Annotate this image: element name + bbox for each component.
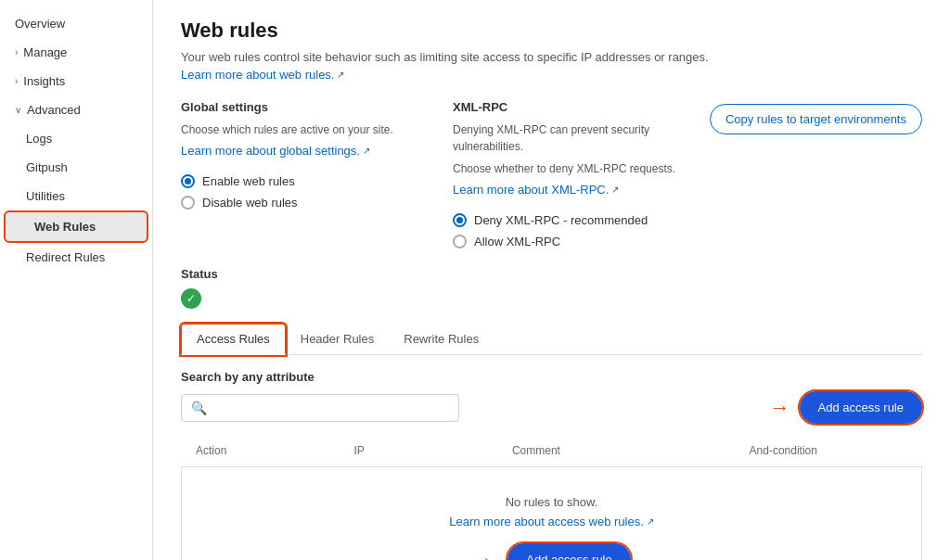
tab-rewrite-rules[interactable]: Rewrite Rules (389, 324, 494, 354)
search-box[interactable]: 🔍 (181, 394, 459, 422)
xml-rpc-section: XML-RPC Denying XML-RPC can prevent secu… (453, 100, 691, 248)
external-link-icon: ↗ (647, 516, 654, 527)
enable-web-rules-radio[interactable]: Enable web rules (181, 174, 416, 188)
sidebar-item-label: Overview (15, 17, 65, 31)
radio-inner (456, 217, 463, 223)
global-settings-subtitle: Choose which rules are active on your si… (181, 121, 416, 138)
search-row: 🔍 → Add access rule (181, 391, 922, 424)
column-ip: IP (353, 444, 511, 457)
learn-more-global-settings-link[interactable]: Learn more about global settings. ↗ (181, 144, 370, 158)
tabs-row: Access Rules Header Rules Rewrite Rules (181, 324, 922, 355)
status-icon: ✓ (181, 288, 201, 309)
xml-rpc-title: XML-RPC (453, 100, 691, 114)
xml-rpc-radio-group: Deny XML-RPC - recommended Allow XML-RPC (453, 213, 691, 248)
radio-inner (185, 178, 191, 185)
column-comment: Comment (512, 444, 750, 457)
learn-more-web-rules-link[interactable]: Learn more about web rules. ↗ (181, 68, 344, 82)
arrow-right-center-icon: → (472, 548, 493, 561)
status-label: Status (181, 267, 922, 281)
sidebar-item-label: Manage (23, 45, 67, 59)
radio-circle (181, 174, 195, 188)
search-section: Search by any attribute 🔍 → Add access r… (181, 370, 922, 424)
learn-more-xml-rpc-link[interactable]: Learn more about XML-RPC. ↗ (453, 183, 619, 197)
xml-rpc-desc2: Choose whether to deny XML-RPC requests. (453, 160, 691, 177)
empty-state-text: No rules to show. (197, 495, 906, 509)
radio-circle (181, 196, 195, 210)
deny-xml-rpc-radio[interactable]: Deny XML-RPC - recommended (453, 213, 691, 227)
sidebar-item-label: Advanced (27, 103, 81, 117)
add-access-rule-button-center[interactable]: Add access rule (507, 543, 631, 560)
learn-more-access-web-rules-link[interactable]: Learn more about access web rules. ↗ (449, 515, 654, 528)
radio-circle (453, 235, 467, 248)
empty-state: No rules to show. Learn more about acces… (181, 467, 922, 560)
sidebar-item-web-rules[interactable]: Web Rules (6, 212, 147, 241)
sidebar-item-label: Insights (23, 74, 65, 88)
table-header: Action IP Comment And-condition (181, 435, 922, 467)
sidebar-item-logs[interactable]: Logs (0, 124, 152, 153)
xml-rpc-desc1: Denying XML-RPC can prevent security vul… (453, 121, 691, 155)
external-link-icon: ↗ (363, 146, 370, 156)
global-settings-radio-group: Enable web rules Disable web rules (181, 174, 416, 210)
sidebar-item-manage[interactable]: › Manage (0, 38, 152, 67)
global-settings-title: Global settings (181, 100, 416, 114)
chevron-icon: ∨ (15, 105, 21, 115)
sidebar-item-label: Logs (26, 132, 52, 146)
add-rule-button-center-highlight: Add access rule (507, 543, 631, 560)
add-rule-top-wrapper: → Add access rule (770, 391, 923, 424)
column-action: Action (196, 444, 353, 457)
external-link-icon: ↗ (337, 70, 344, 80)
column-and-condition: And-condition (750, 444, 907, 457)
search-input[interactable] (212, 401, 449, 414)
add-access-rule-button-top[interactable]: Add access rule (800, 391, 923, 424)
tab-access-rules[interactable]: Access Rules (181, 324, 286, 355)
sidebar-item-overview[interactable]: Overview (0, 9, 152, 38)
page-title: Web rules (181, 19, 922, 43)
sidebar-item-label: Gitpush (26, 160, 68, 174)
sidebar-item-insights[interactable]: › Insights (0, 67, 152, 95)
add-rule-center-wrapper: → Add access rule (197, 543, 906, 560)
page-description: Your web rules control site behavior suc… (181, 50, 922, 64)
sidebar-item-label: Web Rules (34, 220, 96, 234)
sidebar-item-gitpush[interactable]: Gitpush (0, 153, 152, 182)
sidebar-item-label: Redirect Rules (26, 250, 105, 264)
tab-header-rules[interactable]: Header Rules (286, 324, 390, 354)
disable-web-rules-radio[interactable]: Disable web rules (181, 196, 416, 210)
chevron-icon: › (15, 47, 18, 57)
sidebar-item-advanced[interactable]: ∨ Advanced (0, 95, 152, 124)
allow-xml-rpc-radio[interactable]: Allow XML-RPC (453, 235, 691, 248)
sidebar: Overview › Manage › Insights ∨ Advanced … (0, 0, 153, 560)
sidebar-item-redirect-rules[interactable]: Redirect Rules (0, 243, 152, 272)
search-label: Search by any attribute (181, 370, 922, 384)
external-link-icon: ↗ (611, 185, 619, 195)
global-settings-section: Global settings Choose which rules are a… (181, 100, 416, 248)
main-content: Web rules Your web rules control site be… (153, 0, 950, 560)
arrow-right-icon: → (770, 396, 790, 420)
chevron-icon: › (15, 76, 18, 86)
status-section: Status ✓ (181, 267, 922, 309)
sidebar-item-label: Utilities (26, 189, 65, 203)
copy-rules-button[interactable]: Copy rules to target environments (710, 104, 922, 134)
search-icon: 🔍 (191, 401, 207, 415)
radio-circle (453, 213, 467, 227)
sidebar-item-utilities[interactable]: Utilities (0, 182, 152, 210)
add-rule-button-highlight: Add access rule (800, 391, 923, 424)
